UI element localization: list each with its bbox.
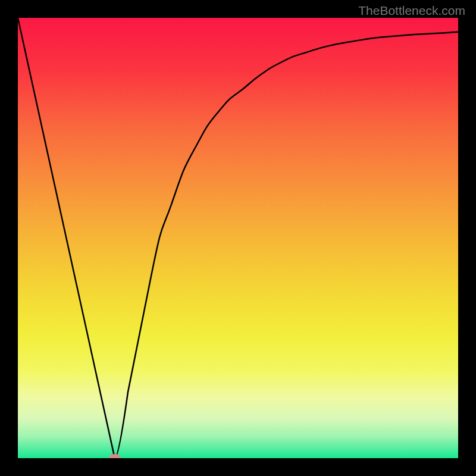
optimal-point-marker <box>109 454 121 458</box>
watermark-text: TheBottleneck.com <box>358 4 465 18</box>
bottleneck-curve <box>18 18 458 458</box>
chart-area <box>18 18 458 458</box>
